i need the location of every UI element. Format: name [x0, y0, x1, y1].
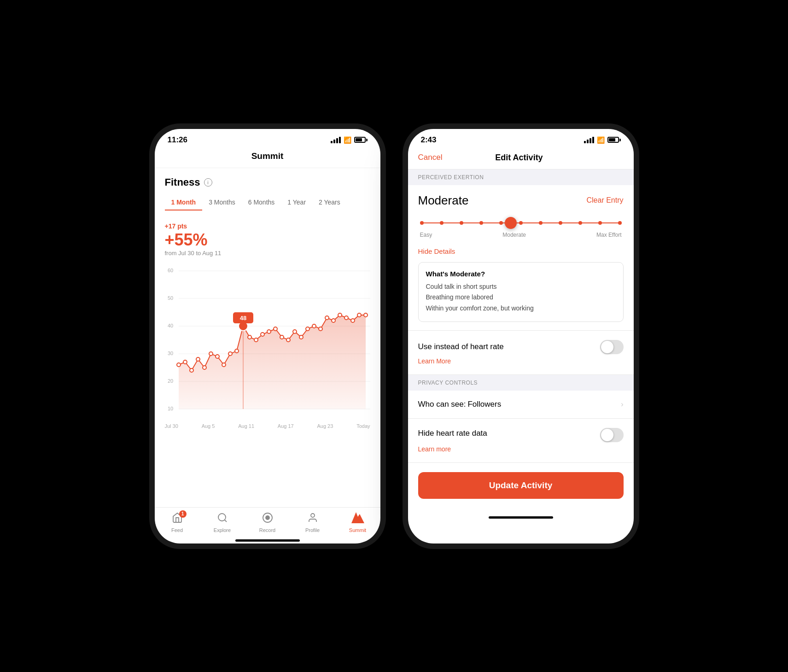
hide-hr-section: Hide heart rate data Learn more	[408, 419, 634, 463]
svg-point-33	[306, 327, 309, 331]
svg-point-38	[338, 313, 342, 317]
slider-dot-6	[519, 221, 523, 225]
home-bar-2	[489, 516, 553, 519]
hide-hr-label: Hide heart rate data	[418, 429, 487, 438]
slider-dot-4	[479, 221, 483, 225]
tab-1month[interactable]: 1 Month	[165, 195, 203, 210]
who-value: Followers	[467, 400, 501, 409]
nav-profile[interactable]: Profile	[299, 512, 327, 533]
phone-1: 11:26 📶 Summit Fitne	[155, 129, 380, 543]
heart-rate-toggle[interactable]	[600, 340, 624, 354]
time-2: 2:43	[421, 135, 437, 145]
svg-point-35	[319, 327, 322, 331]
chart-x-labels: Jul 30 Aug 5 Aug 11 Aug 17 Aug 23 Today	[165, 421, 370, 429]
nav-explore-label: Explore	[214, 527, 231, 533]
svg-point-31	[293, 330, 297, 333]
svg-point-29	[280, 335, 284, 339]
hide-hr-toggle[interactable]	[600, 428, 624, 442]
app-title-1: Summit	[251, 151, 284, 161]
moderate-item-2: Breathing more labored	[426, 292, 616, 303]
svg-text:50: 50	[168, 295, 173, 301]
hide-hr-toggle-row: Hide heart rate data	[418, 428, 624, 442]
slider-dot-10	[598, 221, 602, 225]
privacy-section: Who can see: Followers ›	[408, 391, 634, 419]
svg-point-42	[364, 313, 368, 317]
svg-point-16	[196, 357, 200, 361]
moderate-item-3: Within your comfort zone, but working	[426, 303, 616, 314]
svg-point-49	[266, 516, 269, 520]
svg-text:48: 48	[239, 315, 246, 321]
slider-dot-3	[460, 221, 463, 225]
who-label: Who can see:	[418, 400, 466, 409]
svg-point-46	[218, 514, 226, 521]
status-icons-2: 📶	[584, 136, 621, 144]
fitness-title: Fitness i	[165, 176, 370, 188]
svg-point-41	[357, 313, 361, 317]
tab-6months[interactable]: 6 Months	[242, 195, 281, 210]
cancel-button[interactable]: Cancel	[418, 153, 443, 162]
svg-point-19	[216, 355, 219, 358]
slider-dot-11	[618, 221, 622, 225]
slider-thumb[interactable]	[505, 217, 517, 229]
svg-text:20: 20	[168, 378, 173, 384]
status-bar-1: 11:26 📶	[155, 129, 380, 148]
nav-feed[interactable]: 1 Feed	[163, 512, 191, 533]
phones-container: 11:26 📶 Summit Fitne	[155, 129, 634, 543]
nav-summit-label: Summit	[349, 527, 366, 533]
heart-rate-section: Use instead of heart rate Learn More	[408, 331, 634, 375]
exertion-level: Moderate	[418, 193, 469, 208]
wifi-icon-2: 📶	[597, 136, 605, 144]
nav-summit[interactable]: Summit	[344, 512, 372, 533]
svg-point-32	[299, 335, 303, 339]
section-header-exertion: PERCEIVED EXERTION	[408, 169, 634, 185]
exertion-top: Moderate Clear Entry	[418, 193, 624, 208]
battery-icon-2	[607, 137, 621, 143]
svg-point-30	[286, 338, 290, 342]
svg-point-39	[344, 316, 348, 320]
tab-3months[interactable]: 3 Months	[202, 195, 242, 210]
section-header-privacy: PRIVACY CONTROLS	[408, 375, 634, 391]
slider-track	[420, 216, 622, 230]
chart-area: 60 50 40 30 20 10	[155, 257, 380, 507]
signal-icon-2	[584, 137, 594, 143]
tab-2years[interactable]: 2 Years	[312, 195, 347, 210]
slider-dot-5	[499, 221, 503, 225]
fitness-label: Fitness	[165, 176, 200, 188]
slider-dot-2	[440, 221, 444, 225]
slider-labels: Easy Moderate Max Effort	[420, 232, 622, 238]
toggle-knob-1	[601, 341, 613, 353]
content-1: Fitness i 1 Month 3 Months 6 Months 1 Ye…	[155, 168, 380, 507]
phone-2: 2:43 📶 Cancel Edit Activity	[408, 129, 634, 543]
stats-area: +17 pts +55% from Jul 30 to Aug 11	[155, 218, 380, 257]
moderate-card: What's Moderate? Could talk in short spu…	[418, 262, 624, 322]
feed-badge: 1	[179, 510, 187, 518]
svg-point-17	[203, 366, 206, 369]
content-2: PERCEIVED EXERTION Moderate Clear Entry	[408, 169, 634, 543]
svg-point-37	[332, 319, 335, 322]
nav-explore[interactable]: Explore	[209, 512, 236, 533]
label-easy: Easy	[420, 232, 432, 238]
app-header-1: Summit	[155, 148, 380, 168]
svg-point-18	[209, 352, 213, 356]
slider-container[interactable]: Easy Moderate Max Effort	[418, 216, 624, 238]
svg-point-13	[177, 363, 181, 367]
moderate-card-title: What's Moderate?	[426, 270, 616, 278]
clear-entry-button[interactable]: Clear Entry	[586, 196, 623, 205]
info-icon[interactable]: i	[204, 178, 212, 187]
toggle-knob-2	[601, 429, 613, 441]
heart-rate-learn-more[interactable]: Learn More	[418, 357, 451, 365]
chevron-icon: ›	[621, 400, 623, 409]
nav-record[interactable]: Record	[254, 512, 281, 533]
wifi-icon-1: 📶	[344, 136, 351, 144]
svg-marker-51	[351, 512, 364, 523]
label-max: Max Effort	[596, 232, 621, 238]
explore-icon	[217, 512, 228, 526]
hide-details-button[interactable]: Hide Details	[418, 247, 455, 255]
heart-rate-toggle-row: Use instead of heart rate	[418, 340, 624, 354]
battery-icon-1	[354, 137, 368, 143]
tab-1year[interactable]: 1 Year	[281, 195, 312, 210]
svg-point-40	[351, 319, 355, 322]
update-activity-button[interactable]: Update Activity	[418, 472, 624, 499]
hide-hr-learn-more[interactable]: Learn more	[418, 445, 451, 453]
svg-line-47	[224, 520, 226, 521]
